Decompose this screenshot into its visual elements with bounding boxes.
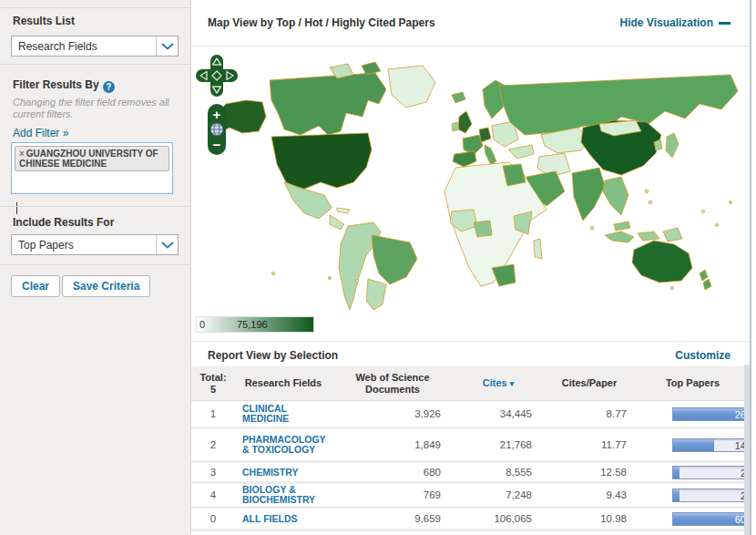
column-header-top-papers: Top Papers (636, 377, 750, 389)
table-row: 2 PHARMACOLOGY & TOXICOLOGY 1,849 21,768… (191, 429, 750, 463)
column-header-cites[interactable]: Cites ▾ (454, 377, 543, 390)
cites-per-paper-cell: 9.43 (543, 489, 636, 500)
map-country-turkey[interactable] (508, 145, 534, 159)
top-papers-bar: 60 (672, 512, 750, 526)
filter-tag-text: GUANGZHOU UNIVERSITY OF CHINESE MEDICINE (19, 149, 158, 169)
chevron-down-icon (156, 36, 178, 56)
map-country-brazil[interactable] (372, 235, 417, 284)
map-country-cuba[interactable] (337, 208, 350, 213)
map-country-new-zealand[interactable] (700, 270, 708, 281)
map-country-ireland[interactable] (452, 122, 459, 131)
table-row: 0 ALL FIELDS 9,659 106,065 10.98 60 (191, 509, 750, 531)
rank-cell: 2 (191, 439, 235, 450)
top-papers-bar: 2 (672, 466, 750, 479)
legend-max: 75,196 (237, 319, 268, 330)
cites-per-paper-cell: 12.58 (543, 467, 636, 478)
map-country-usa[interactable] (271, 133, 372, 190)
visualization-panel: Map View by Top / Hot / Highly Cited Pap… (191, 0, 756, 535)
legend-min: 0 (199, 319, 205, 330)
include-results-value: Top Papers (12, 239, 156, 252)
filter-note: Changing the filter field removes all cu… (13, 97, 179, 120)
bar-fill (673, 489, 679, 501)
field-link[interactable]: BIOLOGY & BIOCHEMISTRY (235, 485, 332, 505)
map-country-nigeria[interactable] (474, 221, 492, 237)
divider (0, 7, 190, 8)
field-link[interactable]: PHARMACOLOGY & TOXICOLOGY (235, 435, 332, 455)
clear-button[interactable]: Clear (11, 275, 60, 297)
map-country-new-zealand[interactable] (703, 279, 711, 290)
divider (191, 341, 750, 342)
map-country-malaysia[interactable] (614, 221, 630, 231)
hide-visualization-link[interactable]: Hide Visualization (620, 16, 730, 29)
map-zoom-control[interactable]: + − (208, 104, 226, 155)
top-papers-bar: 26 (672, 407, 750, 421)
filter-input[interactable]: ×GUANGZHOU UNIVERSITY OF CHINESE MEDICIN… (11, 142, 173, 194)
map-island[interactable] (362, 62, 381, 75)
map-pan-control[interactable] (196, 55, 238, 97)
divider (0, 64, 190, 65)
cites-per-paper-cell: 8.77 (543, 408, 636, 419)
help-icon[interactable]: ? (103, 81, 115, 93)
cites-cell: 7,248 (454, 489, 543, 500)
rank-cell: 0 (191, 513, 235, 524)
world-map[interactable]: + − (193, 47, 749, 312)
filter-sidebar: Results List Research Fields Filter Resu… (0, 0, 191, 535)
field-link[interactable]: ALL FIELDS (235, 514, 332, 524)
table-row: 1 CLINICAL MEDICINE 3,926 34,445 8.77 26 (191, 401, 750, 429)
map-country-india[interactable] (572, 168, 605, 221)
divider (0, 206, 190, 207)
cites-cell: 8,555 (454, 467, 543, 478)
text-cursor (16, 202, 17, 214)
map-country-argentina[interactable] (366, 279, 386, 310)
results-list-value: Research Fields (12, 40, 156, 53)
column-header-research-fields: Research Fields (235, 377, 332, 389)
map-country-papua-new-guinea[interactable] (663, 228, 682, 242)
map-view-title: Map View by Top / Hot / Highly Cited Pap… (208, 16, 435, 29)
minus-icon (719, 22, 730, 25)
map-region-central-america[interactable] (330, 215, 344, 230)
map-country-japan[interactable] (666, 133, 679, 158)
map-country-greenland[interactable] (388, 66, 435, 108)
map-country-spain[interactable] (453, 151, 476, 167)
sort-down-icon: ▾ (510, 379, 515, 388)
filter-tag: ×GUANGZHOU UNIVERSITY OF CHINESE MEDICIN… (15, 146, 169, 171)
top-papers-bar: 14 (672, 438, 750, 452)
map-country-australia[interactable] (632, 241, 692, 283)
bar-fill (673, 467, 679, 478)
map-country-italy[interactable] (485, 145, 496, 165)
map-region-se-asia[interactable] (603, 177, 628, 215)
documents-cell: 680 (332, 467, 454, 478)
map-country-canada[interactable] (270, 73, 386, 135)
chevron-down-icon (156, 235, 178, 254)
cites-cell: 34,445 (454, 408, 543, 419)
map-country-iceland[interactable] (452, 92, 465, 103)
map-legend: 0 75,196 (196, 316, 314, 333)
zoom-out-button[interactable]: − (213, 137, 221, 152)
bar-fill (673, 439, 714, 451)
save-criteria-button[interactable]: Save Criteria (62, 275, 150, 297)
zoom-in-button[interactable]: + (213, 107, 221, 122)
table-row: 4 BIOLOGY & BIOCHEMISTRY 769 7,248 9.43 … (191, 484, 750, 509)
add-filter-link[interactable]: Add Filter » (13, 127, 68, 139)
field-link[interactable]: CHEMISTRY (235, 468, 332, 478)
include-results-label: Include Results For (13, 216, 114, 229)
map-country-indonesia[interactable] (638, 231, 659, 241)
results-list-select[interactable]: Research Fields (11, 36, 179, 57)
map-country-madagascar[interactable] (534, 239, 542, 259)
map-country-uk[interactable] (458, 111, 472, 133)
globe-icon[interactable] (210, 123, 223, 136)
customize-link[interactable]: Customize (675, 349, 730, 362)
rank-cell: 3 (191, 467, 235, 478)
field-link[interactable]: CLINICAL MEDICINE (235, 404, 332, 424)
map-country-south-africa[interactable] (492, 264, 516, 286)
results-list-label: Results List (13, 15, 75, 27)
map-country-indonesia[interactable] (605, 231, 634, 242)
remove-filter-icon[interactable]: × (19, 149, 25, 159)
table-row: 3 CHEMISTRY 680 8,555 12.58 2 (191, 463, 750, 484)
include-results-select[interactable]: Top Papers (11, 234, 179, 255)
documents-cell: 3,926 (332, 408, 454, 419)
documents-cell: 769 (332, 489, 454, 500)
cites-cell: 21,768 (454, 439, 543, 450)
filter-results-by-label: Filter Results By? (13, 78, 115, 93)
report-table-body: 1 CLINICAL MEDICINE 3,926 34,445 8.77 26… (191, 401, 750, 531)
